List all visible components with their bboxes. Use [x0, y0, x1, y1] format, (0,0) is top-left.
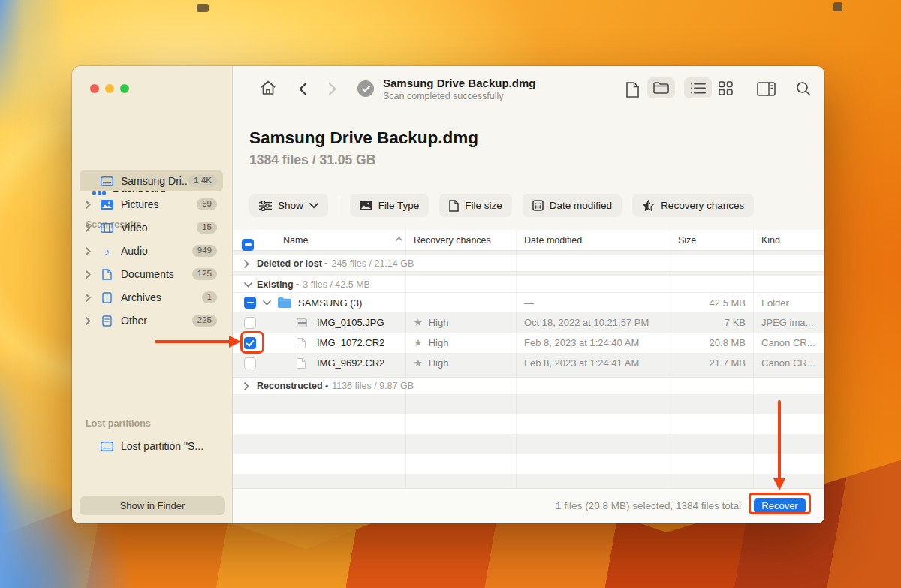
item-count-badge: 1.4K: [188, 175, 217, 187]
show-filter-button[interactable]: Show: [249, 194, 328, 217]
group-meta: 3 files / 42.5 MB: [303, 279, 370, 290]
column-header-kind[interactable]: Kind: [761, 235, 780, 246]
recovery-chances-filter-button[interactable]: Recovery chances: [632, 194, 754, 217]
documents-icon: [101, 269, 113, 280]
table-row-img-9692[interactable]: IMG_9692.CR2 ★ High Feb 8, 2023 at 1:24:…: [233, 353, 824, 373]
back-button[interactable]: [298, 83, 307, 95]
chevron-right-icon[interactable]: [244, 260, 249, 268]
recovery-chance-value: High: [429, 357, 449, 369]
sidebar-item-audio[interactable]: ♪ Audio 949: [80, 240, 223, 261]
recovery-chances-filter-label: Recovery chances: [661, 200, 744, 211]
chevron-down-icon[interactable]: [263, 300, 271, 306]
archives-icon: [101, 292, 113, 303]
table-row-folder-samsung[interactable]: SAMSUNG (3) — 42.5 MB Folder: [233, 293, 824, 312]
chevron-right-icon[interactable]: [86, 224, 95, 232]
column-header-name[interactable]: Name: [283, 235, 308, 246]
close-window-button[interactable]: [90, 84, 99, 93]
chevron-right-icon[interactable]: [86, 317, 95, 325]
item-count-badge: 125: [192, 268, 217, 280]
sidebar-item-lost-partition[interactable]: Lost partition "S...: [80, 436, 223, 457]
chevron-right-icon[interactable]: [86, 270, 95, 279]
sidebar-item-pictures[interactable]: Pictures 69: [80, 194, 223, 215]
home-button[interactable]: [259, 79, 277, 97]
empty-row: [233, 454, 824, 474]
video-icon: [101, 223, 113, 233]
sidebar-item-label: Audio: [121, 245, 192, 257]
file-size-filter-label: File size: [465, 200, 502, 211]
sidebar-item-other[interactable]: Other 225: [80, 310, 223, 331]
item-count-badge: 225: [192, 315, 217, 327]
desktop-icon[interactable]: [197, 4, 209, 12]
zoom-window-button[interactable]: [120, 84, 129, 93]
item-count-badge: 1: [202, 291, 217, 303]
group-row-reconstructed[interactable]: Reconstructed - 1136 files / 9.87 GB: [233, 378, 824, 394]
date-modified-filter-label: Date modified: [550, 200, 612, 211]
recover-button[interactable]: Recover: [754, 498, 806, 514]
wallpaper-blue-edge: [0, 0, 68, 588]
folder-view-button[interactable]: [647, 77, 675, 98]
page-title: Samsung Drive Backup.dmg: [249, 128, 478, 148]
name-cell: IMG_1072.CR2: [233, 333, 405, 353]
date-modified-cell: Feb 8, 2023 at 1:24:41 AM: [516, 357, 667, 369]
document-view-icon[interactable]: [626, 82, 639, 98]
table-row-img-0105[interactable]: IMG_0105.JPG ★ High Oct 18, 2022 at 10:2…: [233, 312, 824, 333]
show-filter-label: Show: [278, 200, 303, 211]
group-row-deleted-or-lost[interactable]: Deleted or lost - 245 files / 21.14 GB: [233, 255, 824, 272]
sidebar-item-video[interactable]: Video 15: [80, 217, 223, 238]
group-row-existing[interactable]: Existing - 3 files / 42.5 MB: [233, 276, 824, 293]
file-type-icon: [360, 201, 372, 210]
footer-bar: 1 files (20.8 MB) selected, 1384 files t…: [233, 488, 824, 523]
file-type-filter-label: File Type: [378, 200, 420, 211]
name-cell: SAMSUNG (3): [233, 293, 405, 312]
list-view-button[interactable]: [684, 77, 712, 98]
row-checkbox[interactable]: [244, 317, 256, 329]
chevron-right-icon[interactable]: [86, 247, 95, 255]
group-meta: 1136 files / 9.87 GB: [332, 381, 414, 391]
search-icon[interactable]: [796, 81, 811, 96]
table-row-img-1072[interactable]: IMG_1072.CR2 ★ High Feb 8, 2023 at 1:24:…: [233, 333, 824, 353]
size-cell: 21.7 MB: [667, 357, 753, 369]
kind-cell: Canon CR...: [753, 357, 824, 369]
document-file-icon: [297, 358, 306, 369]
date-modified-cell: Feb 8, 2023 at 1:24:40 AM: [516, 337, 667, 348]
sidebar-item-samsung-drive[interactable]: Samsung Dri... 1.4K: [80, 170, 223, 191]
row-checkbox[interactable]: [244, 297, 256, 309]
table-header-row: Name Recovery chances Date modified Size…: [233, 230, 824, 251]
star-icon: ★: [414, 317, 423, 328]
row-checkbox-checked[interactable]: [244, 337, 256, 349]
sidebar-item-label: Documents: [121, 268, 192, 280]
sort-ascending-icon[interactable]: [396, 237, 402, 241]
size-cell: 20.8 MB: [667, 337, 753, 348]
file-size-filter-button[interactable]: File size: [439, 194, 512, 217]
name-cell: IMG_9692.CR2: [233, 353, 405, 373]
sliders-icon: [259, 201, 272, 211]
column-header-size[interactable]: Size: [678, 235, 696, 246]
scan-summary: 1384 files / 31.05 GB: [249, 152, 375, 168]
desktop-icon[interactable]: [833, 2, 842, 11]
sidebar-item-label: Archives: [121, 291, 202, 303]
show-in-finder-button[interactable]: Show in Finder: [80, 496, 225, 515]
grid-view-icon[interactable]: [719, 81, 733, 95]
select-all-checkbox[interactable]: [242, 239, 254, 251]
results-table: Name Recovery chances Date modified Size…: [233, 230, 824, 488]
sidebar-item-documents[interactable]: Documents 125: [80, 264, 223, 285]
audio-icon: ♪: [101, 245, 113, 258]
chevron-down-icon[interactable]: [244, 282, 252, 288]
sidebar-item-archives[interactable]: Archives 1: [80, 287, 223, 308]
date-modified-filter-button[interactable]: Date modified: [523, 194, 622, 217]
recovery-chance-value: High: [429, 337, 449, 348]
row-checkbox[interactable]: [244, 357, 256, 369]
empty-row: [233, 434, 824, 454]
chevron-right-icon[interactable]: [244, 382, 249, 390]
minimize-window-button[interactable]: [105, 84, 114, 93]
window-controls: [90, 84, 129, 93]
column-header-date-modified[interactable]: Date modified: [524, 235, 582, 246]
forward-button[interactable]: [328, 83, 337, 95]
chevron-right-icon[interactable]: [86, 201, 95, 209]
column-header-recovery-chances[interactable]: Recovery chances: [414, 235, 491, 246]
group-name: Existing -: [257, 279, 299, 290]
sidebar-panel-icon[interactable]: [757, 82, 776, 96]
chevron-right-icon[interactable]: [86, 294, 95, 302]
file-type-filter-button[interactable]: File Type: [350, 194, 429, 217]
window-title-block: Samsung Drive Backup.dmg Scan completed …: [383, 77, 535, 101]
